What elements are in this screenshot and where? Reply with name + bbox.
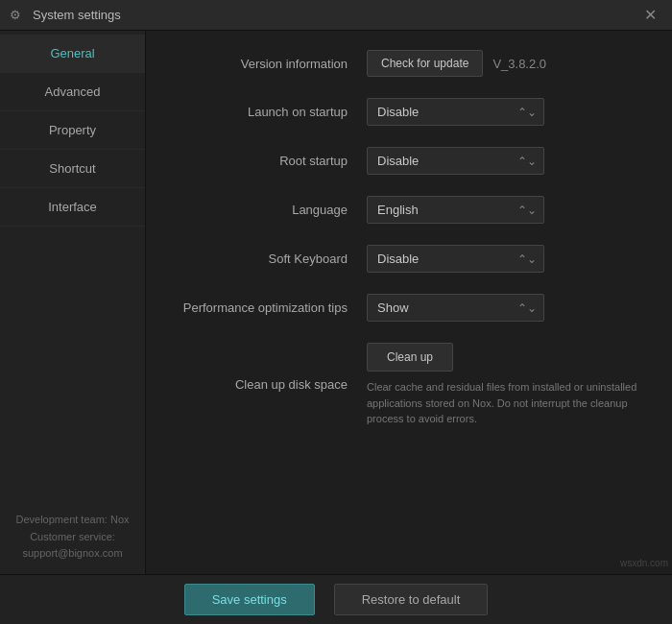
support-email: support@bignox.com bbox=[10, 545, 135, 563]
cleanup-content: Clean up Clear cache and residual files … bbox=[367, 343, 643, 427]
cleanup-label: Clean up disk space bbox=[175, 377, 367, 392]
soft-keyboard-select[interactable]: Disable Enable bbox=[367, 245, 544, 273]
performance-label: Performance optimization tips bbox=[175, 300, 367, 315]
main-layout: General Advanced Property Shortcut Inter… bbox=[0, 31, 672, 574]
soft-keyboard-label: Soft Keyboard bbox=[175, 252, 367, 266]
customer-service-label: Customer service: bbox=[10, 529, 135, 546]
root-startup-control: Disable Enable ⌃⌄ bbox=[367, 147, 643, 175]
soft-keyboard-row: Soft Keyboard Disable Enable ⌃⌄ bbox=[175, 245, 643, 273]
check-update-button[interactable]: Check for update bbox=[367, 50, 483, 77]
performance-select[interactable]: Show Hide bbox=[367, 294, 544, 322]
launch-startup-select[interactable]: Disable Enable bbox=[367, 98, 544, 126]
version-info-label: Version information bbox=[175, 57, 367, 71]
sidebar-item-general[interactable]: General bbox=[0, 35, 145, 73]
cleanup-button[interactable]: Clean up bbox=[367, 343, 453, 372]
root-startup-row: Root startup Disable Enable ⌃⌄ bbox=[175, 147, 643, 175]
language-select-wrapper: English Chinese Japanese Korean ⌃⌄ bbox=[367, 196, 544, 224]
content-area: Version information Check for update V_3… bbox=[146, 31, 672, 574]
root-startup-label: Root startup bbox=[175, 154, 367, 168]
version-info-row: Version information Check for update V_3… bbox=[175, 50, 643, 77]
cleanup-top: Clean up bbox=[367, 343, 643, 372]
window-title: System settings bbox=[33, 8, 638, 22]
root-startup-select-wrapper: Disable Enable ⌃⌄ bbox=[367, 147, 544, 175]
version-info-control: Check for update V_3.8.2.0 bbox=[367, 50, 643, 77]
sidebar-footer: Development team: Nox Customer service: … bbox=[0, 500, 145, 574]
footer-bar: Save settings Restore to default bbox=[0, 574, 672, 624]
launch-startup-row: Launch on startup Disable Enable ⌃⌄ bbox=[175, 98, 643, 126]
cleanup-control: Clean up Clear cache and residual files … bbox=[367, 343, 643, 427]
performance-select-wrapper: Show Hide ⌃⌄ bbox=[367, 294, 544, 322]
language-row: Language English Chinese Japanese Korean… bbox=[175, 196, 643, 224]
soft-keyboard-control: Disable Enable ⌃⌄ bbox=[367, 245, 643, 273]
sidebar-item-advanced[interactable]: Advanced bbox=[0, 73, 145, 111]
restore-default-button[interactable]: Restore to default bbox=[334, 584, 489, 615]
watermark: wsxdn.com bbox=[620, 558, 668, 568]
soft-keyboard-select-wrapper: Disable Enable ⌃⌄ bbox=[367, 245, 544, 273]
sidebar-item-property[interactable]: Property bbox=[0, 111, 145, 150]
performance-row: Performance optimization tips Show Hide … bbox=[175, 294, 643, 322]
sidebar-item-shortcut[interactable]: Shortcut bbox=[0, 150, 145, 188]
language-label: Language bbox=[175, 203, 367, 217]
title-bar: ⚙ System settings ✕ bbox=[0, 0, 672, 31]
root-startup-select[interactable]: Disable Enable bbox=[367, 147, 544, 175]
launch-startup-select-wrapper: Disable Enable ⌃⌄ bbox=[367, 98, 544, 126]
settings-icon: ⚙ bbox=[10, 8, 25, 23]
dev-team-text: Development team: Nox bbox=[10, 512, 135, 529]
performance-control: Show Hide ⌃⌄ bbox=[367, 294, 643, 322]
language-control: English Chinese Japanese Korean ⌃⌄ bbox=[367, 196, 643, 224]
save-settings-button[interactable]: Save settings bbox=[184, 584, 315, 615]
cleanup-row: Clean up disk space Clean up Clear cache… bbox=[175, 343, 643, 427]
launch-startup-label: Launch on startup bbox=[175, 105, 367, 119]
sidebar: General Advanced Property Shortcut Inter… bbox=[0, 31, 146, 574]
close-button[interactable]: ✕ bbox=[638, 0, 662, 31]
sidebar-item-interface[interactable]: Interface bbox=[0, 188, 145, 227]
language-select[interactable]: English Chinese Japanese Korean bbox=[367, 196, 544, 224]
launch-startup-control: Disable Enable ⌃⌄ bbox=[367, 98, 643, 126]
cleanup-description: Clear cache and residual files from inst… bbox=[367, 379, 643, 427]
version-number: V_3.8.2.0 bbox=[492, 57, 546, 71]
